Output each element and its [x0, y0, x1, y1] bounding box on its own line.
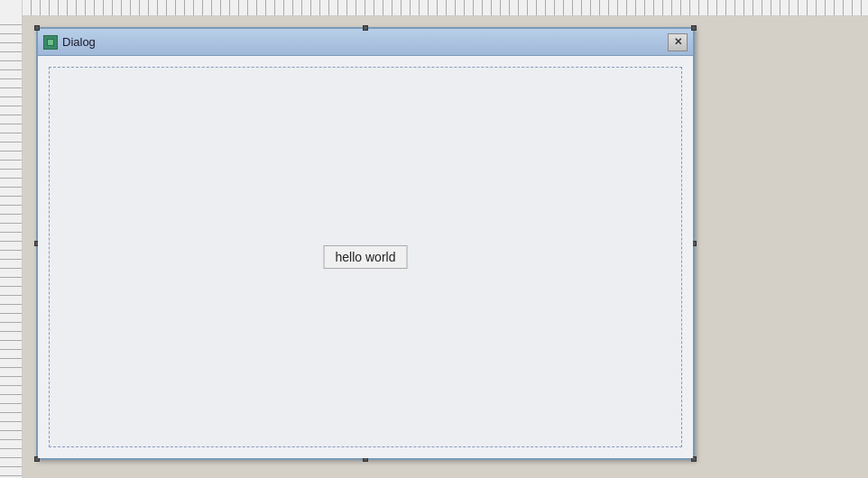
- ruler-left-ticks: [0, 16, 23, 478]
- close-button[interactable]: ✕: [668, 33, 688, 51]
- resize-handle-top-right[interactable]: [691, 25, 697, 31]
- dialog-icon-inner: [47, 39, 54, 46]
- dialog-title: Dialog: [62, 35, 96, 49]
- ruler-top-ticks: [23, 0, 868, 16]
- dialog-titlebar[interactable]: Dialog ✕: [38, 29, 693, 56]
- dialog-icon: [43, 35, 58, 50]
- ruler-top: [0, 0, 868, 16]
- dialog-inner-panel: hello world: [49, 67, 682, 447]
- resize-handle-top-left[interactable]: [34, 25, 40, 31]
- resize-handle-top-center[interactable]: [363, 25, 368, 31]
- canvas-area: Dialog ✕ hello world: [23, 16, 868, 478]
- dialog-title-left: Dialog: [43, 35, 96, 50]
- dialog-content: hello world: [38, 56, 693, 458]
- ruler-left: [0, 0, 23, 478]
- dialog-window: Dialog ✕ hello world: [36, 27, 695, 460]
- hello-world-label: hello world: [324, 245, 408, 269]
